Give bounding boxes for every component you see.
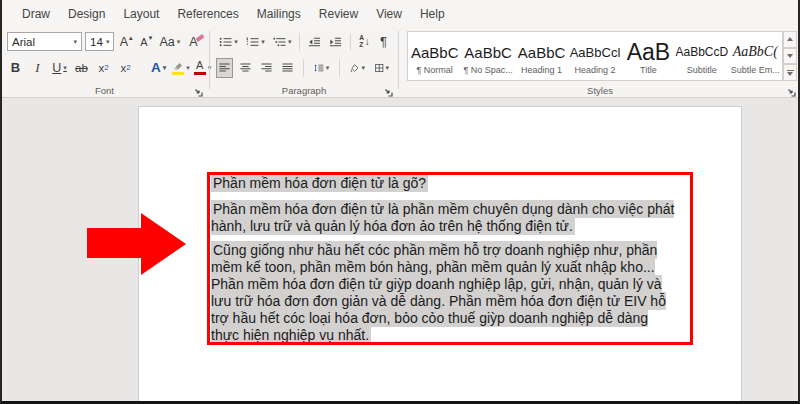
tab-mailings[interactable]: Mailings [248,0,310,27]
tab-layout[interactable]: Layout [114,0,168,27]
font-group: Arial ▾ 14 ▾ A▴ A▾ Aa A B I U ab x2 x2 [2,27,207,97]
arrow-down-icon [787,54,793,58]
bullet-list-icon [219,36,232,48]
group-separator [209,31,210,89]
font-dialog-launcher-icon[interactable] [193,84,204,95]
line-spacing-icon [314,62,324,74]
paragraph-group-label: Paragraph [211,85,397,96]
font-size-combobox[interactable]: 14 ▾ [85,32,114,51]
styles-group: AaBbC ¶ Normal AaBbC ¶ No Spac... AaBbC … [400,27,800,97]
change-case-button[interactable]: Aa [158,32,182,52]
decrease-indent-button[interactable] [305,32,324,52]
decrease-indent-icon [308,36,321,48]
align-center-button[interactable] [237,58,254,78]
styles-gallery-scrollbar [783,31,797,81]
italic-button[interactable]: I [29,58,46,78]
styles-scroll-down-button[interactable] [783,48,797,65]
highlighter-icon [171,61,184,75]
multilevel-list-icon [273,36,286,48]
increase-indent-button[interactable] [326,32,345,52]
tab-draw[interactable]: Draw [13,0,59,27]
strikethrough-button[interactable]: ab [73,58,90,78]
style-item-title[interactable]: AaB Title [622,32,675,80]
tab-view[interactable]: View [367,0,411,27]
styles-gallery: AaBbC ¶ Normal AaBbC ¶ No Spac... AaBbC … [407,31,783,81]
styles-scroll-up-button[interactable] [783,31,797,48]
numbered-list-button[interactable] [243,32,268,52]
superscript-button[interactable]: x2 [117,58,134,78]
red-arrow-icon [87,228,142,258]
shading-button[interactable] [347,58,368,78]
numbered-list-icon [246,36,259,48]
tab-design[interactable]: Design [59,0,114,27]
align-right-icon [261,62,272,73]
red-arrow-head-icon [141,213,186,275]
justify-icon [282,62,293,73]
style-item-heading1[interactable]: AaBbC Heading 1 [515,32,568,80]
bold-button[interactable]: B [7,58,24,78]
font-size-value: 14 [90,36,103,48]
ribbon-tab-row: Draw Design Layout References Mailings R… [2,0,798,27]
text-highlight-button[interactable] [172,58,189,78]
align-left-button[interactable] [216,58,233,78]
font-group-label: Font [2,85,207,96]
tab-help[interactable]: Help [411,0,454,27]
tab-review[interactable]: Review [310,0,367,27]
paragraph-dialog-launcher-icon[interactable] [383,84,394,95]
group-separator [398,31,399,89]
highlight-color-bar [172,72,184,75]
multilevel-list-button[interactable] [270,32,295,52]
caret-up-icon: ▴ [129,34,133,42]
red-annotation-box [207,172,693,345]
ribbon: Arial ▾ 14 ▾ A▴ A▾ Aa A B I U ab x2 x2 [2,27,798,98]
paragraph-group: AZ ¶ [211,27,397,97]
more-styles-icon [787,70,794,76]
text-effects-button[interactable]: A [150,58,167,78]
style-item-normal[interactable]: AaBbC ¶ Normal [408,32,461,80]
tab-references[interactable]: References [168,0,247,27]
grow-font-button[interactable]: A▴ [117,32,134,52]
style-item-heading2[interactable]: AaBbCcl Heading 2 [568,32,621,80]
align-left-icon [219,62,230,73]
shrink-font-button[interactable]: A▾ [138,32,155,52]
styles-group-label: Styles [400,85,800,96]
divider [303,59,304,77]
borders-icon [375,62,384,74]
chevron-down-icon: ▾ [74,38,78,46]
bullet-list-button[interactable] [216,32,241,52]
align-center-icon [240,62,251,73]
style-item-subtitle[interactable]: AaBbCcD Subtitle [675,32,728,80]
underline-button[interactable]: U [51,58,68,78]
clear-formatting-button[interactable]: A [185,32,202,52]
arrow-up-icon [787,37,793,41]
font-color-bar [194,72,206,75]
document-page[interactable]: Phần mềm hóa đơn điện tử là gõ? Phần mềm… [138,106,742,404]
sort-button[interactable]: AZ [356,32,373,52]
align-right-button[interactable] [258,58,275,78]
word-window: Draw Design Layout References Mailings R… [0,0,800,404]
chevron-down-icon: ▾ [106,38,110,46]
borders-button[interactable] [372,58,392,78]
caret-down-icon: ▾ [149,34,153,42]
justify-button[interactable] [279,58,296,78]
show-paragraph-marks-button[interactable]: ¶ [375,32,392,52]
style-item-subtle-emphasis[interactable]: AaBbC( Subtle Em... [729,32,782,80]
divider [339,59,340,77]
font-name-combobox[interactable]: Arial ▾ [7,32,82,51]
line-spacing-button[interactable] [311,58,333,78]
subscript-button[interactable]: x2 [95,58,112,78]
paint-bucket-icon [350,62,359,74]
styles-more-button[interactable] [783,64,797,81]
divider [299,33,300,51]
styles-dialog-launcher-icon[interactable] [786,84,797,95]
divider [350,33,351,51]
font-name-value: Arial [12,36,35,48]
increase-indent-icon [329,36,342,48]
style-item-no-spacing[interactable]: AaBbC ¶ No Spac... [461,32,514,80]
